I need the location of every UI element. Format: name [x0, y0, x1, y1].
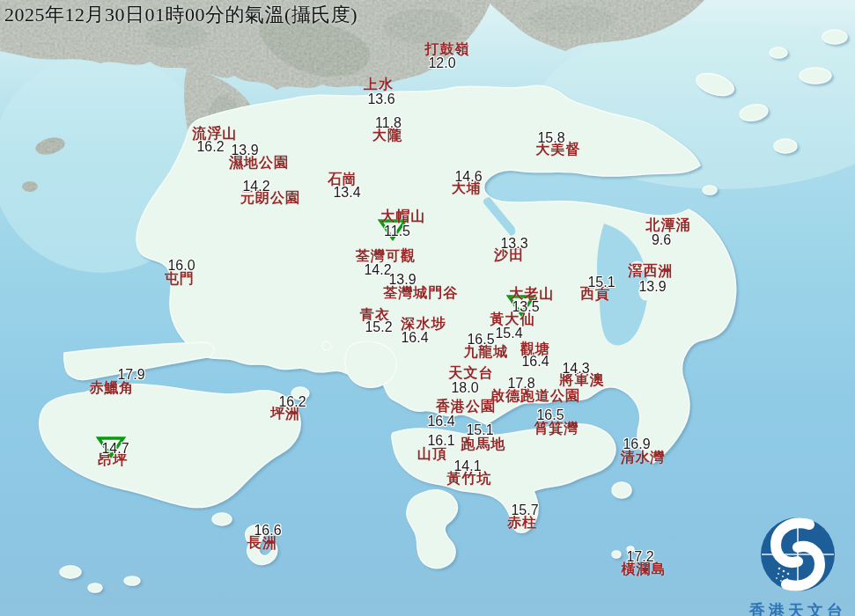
station-temp-value: 11.5 [384, 224, 410, 239]
station-temp-value: 13.9 [638, 279, 666, 295]
station-temp-value: 16.1 [427, 433, 454, 449]
station-temp-value: 11.8 [375, 115, 402, 131]
station-temp-value: 14.6 [454, 169, 482, 185]
station-temp-value: 17.9 [117, 367, 144, 383]
stations-layer: 打鼓嶺12.0上水13.6大隴11.8流浮山16.2濕地公園13.9大美督15.… [0, 0, 855, 616]
station-temp-value: 12.0 [428, 55, 455, 71]
station-temp-value: 16.2 [196, 139, 224, 155]
map-title: 2025年12月30日01時00分的氣溫(攝氏度) [4, 2, 357, 28]
station-temp-value: 13.9 [231, 143, 258, 158]
station-temp-value: 14.1 [453, 458, 481, 474]
station-temp-value: 16.4 [401, 330, 428, 346]
station-temp-value: 16.5 [467, 332, 494, 348]
station-temp-value: 15.8 [537, 130, 564, 146]
hko-logo-text-cn: 香港天文台 [741, 600, 854, 616]
station-temp-value: 16.0 [167, 258, 195, 274]
hko-logo: 香港天文台 HONG KONG OBSERVATORY [741, 516, 854, 616]
station-name-label: 啟德跑道公園 [490, 387, 580, 406]
station-temp-value: 14.2 [242, 179, 269, 194]
station-temp-value: 15.1 [587, 275, 615, 290]
station-temp-value: 14.3 [562, 361, 589, 377]
hko-logo-icon [757, 516, 838, 595]
station-temp-value: 15.7 [511, 502, 538, 518]
station-temp-value: 17.8 [507, 376, 534, 392]
station-temp-value: 16.9 [623, 436, 650, 452]
station-temp-value: 13.9 [388, 272, 416, 288]
station-temp-value: 16.4 [521, 354, 549, 370]
station-temp-value: 16.4 [427, 414, 454, 429]
station-temp-value: 14.7 [101, 441, 129, 457]
station-temp-value: 16.6 [254, 523, 281, 539]
station-temp-value: 15.4 [495, 326, 522, 341]
station-temp-value: 13.4 [333, 185, 360, 201]
station-temp-value: 18.0 [451, 380, 478, 396]
station-temp-value: 16.5 [536, 407, 564, 423]
station-temp-value: 15.2 [365, 319, 392, 335]
station-temp-value: 13.6 [367, 92, 394, 107]
station-temp-value: 9.6 [652, 232, 671, 248]
station-name-label: 滘西洲 [629, 262, 674, 281]
station-temp-value: 13.3 [500, 236, 527, 252]
station-temp-value: 16.2 [278, 394, 306, 410]
station-temp-value: 14.2 [364, 262, 391, 278]
temperature-map: 2025年12月30日01時00分的氣溫(攝氏度) 打鼓嶺12.0上水13.6大… [0, 0, 855, 616]
station-temp-value: 17.2 [626, 549, 653, 565]
station-temp-value: 15.1 [466, 422, 493, 438]
